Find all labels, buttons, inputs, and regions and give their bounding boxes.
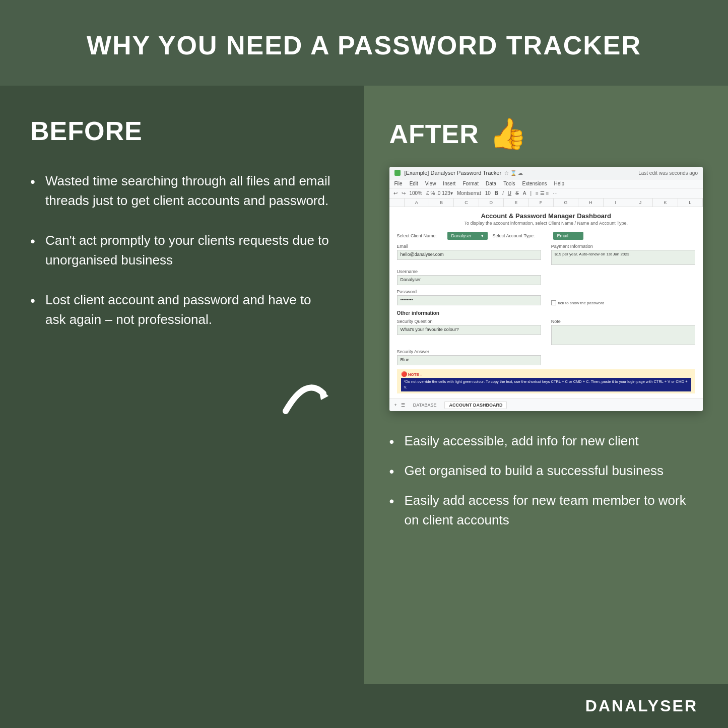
menu-edit[interactable]: Edit [410, 181, 418, 186]
ss-account-type-label: Select Account Type: [493, 233, 548, 238]
ss-security-answer-group: Security Answer Blue [397, 349, 696, 365]
ss-col-c: C [454, 198, 479, 207]
toolbar-undo[interactable]: ↩ [393, 190, 398, 196]
ss-star-icon: ☆ ⌛ ☁ [504, 170, 523, 176]
ss-add-sheet-icon[interactable]: + [394, 403, 397, 408]
ss-password-label: Password [397, 289, 541, 294]
menu-view[interactable]: View [425, 181, 436, 186]
before-bullet-2: Can't act promptly to your clients reque… [30, 231, 334, 270]
ss-client-name-value: Danalyser [451, 233, 472, 238]
ss-username-spacer [551, 269, 695, 285]
ss-tab-dashboard[interactable]: ACCOUNT DASHBOARD [444, 401, 507, 409]
ss-payment-field: Payment Information $19 per year. Auto-r… [551, 244, 695, 265]
ss-dashboard-title: Account & Password Manager Dashboard [397, 212, 696, 220]
direction-arrow [276, 366, 336, 426]
ss-email-payment-group: Email hello@danalyser.com Payment Inform… [397, 244, 696, 265]
ss-password-value: •••••••• [397, 295, 541, 305]
ss-note-warning-label: 🔴 NOTE : [401, 371, 692, 377]
ss-col-a: A [405, 198, 429, 207]
ss-note-value [551, 325, 695, 345]
ss-col-l: L [678, 198, 703, 207]
toolbar-strikethrough[interactable]: S [515, 190, 519, 196]
ss-tab-database[interactable]: DATABASE [409, 402, 441, 409]
toolbar-more[interactable]: ⋯ [553, 190, 558, 196]
ss-note-icon: 🔴 [401, 371, 407, 377]
after-bullet-3: Easily add access for new team member to… [389, 491, 703, 530]
ss-security-answer-value: Blue [397, 355, 541, 365]
ss-note-warning-text: NOTE : [408, 372, 422, 377]
toolbar-currency: £ % .0 123▾ [426, 190, 453, 196]
ss-username-label: Username [397, 269, 541, 274]
after-header: AFTER 👍 [389, 116, 703, 152]
ss-col-headers: A B C D E F G H I J K L [389, 198, 703, 207]
menu-help[interactable]: Help [554, 181, 564, 186]
toolbar-color[interactable]: A [523, 190, 526, 196]
menu-file[interactable]: File [394, 181, 403, 186]
ss-note-field: Note [551, 319, 695, 345]
after-bullet-1: Easily accessible, add info for new clie… [389, 431, 703, 451]
ss-col-g: G [554, 198, 578, 207]
ss-other-info-title: Other information [397, 310, 696, 316]
page-container: WHY YOU NEED A PASSWORD TRACKER BEFORE W… [0, 0, 728, 728]
ss-client-name-label: Select Client Name: [397, 233, 442, 238]
ss-account-type-value: Email [557, 233, 569, 238]
menu-extensions[interactable]: Extensions [522, 181, 547, 186]
ss-security-question-field: Security Question What's your favourite … [397, 319, 541, 345]
ss-note-detail: *Do not override the cells with light gr… [401, 378, 692, 391]
brand-name: DANALYSER [585, 697, 698, 715]
menu-format[interactable]: Format [462, 181, 479, 186]
ss-payment-value: $19 per year. Auto-renew on 1st Jan 2023… [551, 250, 695, 265]
toolbar-separator: | [530, 190, 532, 196]
ss-col-f: F [528, 198, 553, 207]
ss-email-label: Email [397, 244, 541, 249]
ss-toolbar: ↩ ↪ 100% £ % .0 123▾ Montserrat 10 B I U… [389, 188, 703, 198]
toolbar-underline[interactable]: U [508, 190, 511, 196]
ss-dashboard-content: Account & Password Manager Dashboard To … [389, 207, 703, 399]
ss-dropdown-arrow: ▾ [481, 233, 484, 238]
ss-title-bar: [Example] Danalyser Password Tracker ☆ ⌛… [389, 167, 703, 179]
after-bullet-2: Get organised to build a successful busi… [389, 461, 703, 481]
ss-security-answer-field: Security Answer Blue [397, 349, 541, 365]
ss-answer-spacer [551, 349, 695, 365]
ss-show-password-checkbox[interactable] [551, 300, 556, 305]
ss-dashboard-subtitle: To display the account information, sele… [397, 221, 696, 226]
ss-security-question-label: Security Question [397, 319, 541, 324]
ss-password-field: Password •••••••• [397, 289, 541, 305]
arrow-container [276, 366, 336, 428]
toolbar-italic[interactable]: I [502, 190, 504, 196]
menu-tools[interactable]: Tools [503, 181, 515, 186]
ss-security-note-group: Security Question What's your favourite … [397, 319, 696, 345]
ss-username-value: Danalyser [397, 275, 541, 285]
ss-note-section: 🔴 NOTE : *Do not override the cells with… [397, 369, 696, 393]
ss-payment-label: Payment Information [551, 244, 695, 249]
ss-col-d: D [479, 198, 504, 207]
ss-show-password-label: tick to show the password [558, 301, 605, 305]
toolbar-bold[interactable]: B [495, 190, 498, 196]
menu-insert[interactable]: Insert [443, 181, 455, 186]
svg-marker-0 [318, 387, 328, 400]
toolbar-redo[interactable]: ↪ [402, 190, 406, 196]
ss-col-h: H [578, 198, 603, 207]
after-bullet-list: Easily accessible, add info for new clie… [389, 431, 703, 540]
ss-col-e: E [504, 198, 528, 207]
toolbar-size: 10 [485, 190, 491, 196]
after-title: AFTER [389, 119, 479, 149]
main-content: BEFORE Wasted time searching through all… [0, 86, 728, 684]
toolbar-font: Montserrat [457, 190, 481, 196]
ss-username-group: Username Danalyser [397, 269, 696, 285]
toolbar-align[interactable]: ≡ ☰ ≡ [536, 190, 549, 196]
spreadsheet-mockup: [Example] Danalyser Password Tracker ☆ ⌛… [389, 167, 703, 411]
ss-col-k: K [653, 198, 678, 207]
ss-account-type-dropdown[interactable]: Email [553, 232, 583, 240]
ss-tabs-bar: + ☰ DATABASE ACCOUNT DASHBOARD [389, 399, 703, 411]
before-title: BEFORE [30, 116, 334, 146]
ss-note-label: Note [551, 319, 695, 324]
ss-client-name-dropdown[interactable]: Danalyser ▾ [447, 232, 488, 240]
menu-data[interactable]: Data [486, 181, 496, 186]
ss-hamburger-icon[interactable]: ☰ [401, 403, 405, 408]
ss-col-j: J [628, 198, 653, 207]
before-bullet-1: Wasted time searching through all files … [30, 171, 334, 211]
ss-username-field: Username Danalyser [397, 269, 541, 285]
ss-client-row: Select Client Name: Danalyser ▾ Select A… [397, 232, 696, 240]
ss-menu-bar: File Edit View Insert Format Data Tools … [389, 179, 703, 188]
